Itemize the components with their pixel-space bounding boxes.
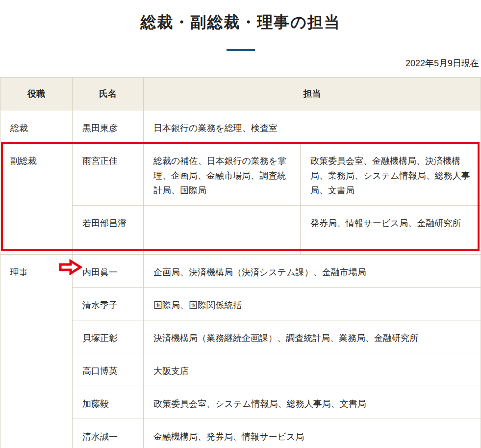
cell-director1-name: 内田眞一: [73, 255, 144, 288]
table-row-deputy-1: 副総裁 雨宮正佳 総裁の補佐、日本銀行の業務を掌理、企画局、金融市場局、調査統計…: [0, 143, 481, 206]
header-charge: 担当: [144, 78, 481, 110]
table-row-director-2: 清水季子 国際局、国際関係統括: [0, 288, 481, 320]
cell-deputy1-charge-sub: 政策委員会室、金融機構局、決済機構局、業務局、システム情報局、総務人事局、文書局: [301, 143, 481, 206]
header-position: 役職: [0, 78, 73, 110]
cell-director1-charge: 企画局、決済機構局（決済システム課）、金融市場局: [144, 255, 481, 288]
table-row-deputy-2: 若田部昌澄 発券局、情報サービス局、金融研究所: [0, 206, 481, 255]
cell-governor-charge: 日本銀行の業務を総理、検査室: [144, 110, 481, 143]
cell-director6-name: 清水誠一: [73, 419, 144, 448]
header-name: 氏名: [73, 78, 144, 110]
cell-director6-charge: 金融機構局、発券局、情報サービス局: [144, 419, 481, 448]
table-row-director-1: 理事 内田眞一 企画局、決済機構局（決済システム課）、金融市場局: [0, 255, 481, 288]
cell-governor-name: 黒田東彦: [73, 110, 144, 143]
cell-director2-charge: 国際局、国際関係統括: [144, 288, 481, 320]
table-header-row: 役職 氏名 担当: [0, 78, 481, 110]
responsibilities-table: 役職 氏名 担当 総裁 黒田東彦 日本銀行の業務を総理、検査室 副総裁 雨宮正佳…: [0, 77, 481, 448]
cell-deputy1-name: 雨宮正佳: [73, 143, 144, 206]
table-wrap: 役職 氏名 担当 総裁 黒田東彦 日本銀行の業務を総理、検査室 副総裁 雨宮正佳…: [0, 77, 481, 448]
cell-director5-charge: 政策委員会室、システム情報局、総務人事局、文書局: [144, 386, 481, 419]
date-note: 2022年5月9日現在: [0, 57, 479, 70]
cell-director5-name: 加藤毅: [73, 386, 144, 419]
cell-governor-position: 総裁: [0, 110, 73, 143]
table-row-director-5: 加藤毅 政策委員会室、システム情報局、総務人事局、文書局: [0, 386, 481, 419]
table-row-director-6: 清水誠一 金融機構局、発券局、情報サービス局: [0, 419, 481, 448]
cell-director4-name: 高口博英: [73, 353, 144, 386]
cell-deputy1-charge-main: 総裁の補佐、日本銀行の業務を掌理、企画局、金融市場局、調査統計局、国際局: [144, 143, 301, 206]
cell-deputy2-name: 若田部昌澄: [73, 206, 144, 255]
cell-directors-position: 理事: [0, 255, 73, 448]
cell-deputy2-charge-sub: 発券局、情報サービス局、金融研究所: [301, 206, 481, 255]
table-row-governor: 総裁 黒田東彦 日本銀行の業務を総理、検査室: [0, 110, 481, 143]
cell-director3-name: 貝塚正彰: [73, 320, 144, 353]
title-underline: [227, 49, 255, 51]
table-row-director-4: 高口博英 大阪支店: [0, 353, 481, 386]
page: 総裁・副総裁・理事の担当 2022年5月9日現在 役職 氏名 担当 総裁 黒: [0, 13, 481, 448]
cell-director3-charge: 決済機構局（業務継続企画課）、調査統計局、業務局、金融研究所: [144, 320, 481, 353]
table-row-director-3: 貝塚正彰 決済機構局（業務継続企画課）、調査統計局、業務局、金融研究所: [0, 320, 481, 353]
cell-deputy2-charge-main: [144, 206, 301, 255]
cell-director4-charge: 大阪支店: [144, 353, 481, 386]
cell-director2-name: 清水季子: [73, 288, 144, 320]
page-title: 総裁・副総裁・理事の担当: [0, 13, 481, 31]
cell-deputy-position: 副総裁: [0, 143, 73, 255]
